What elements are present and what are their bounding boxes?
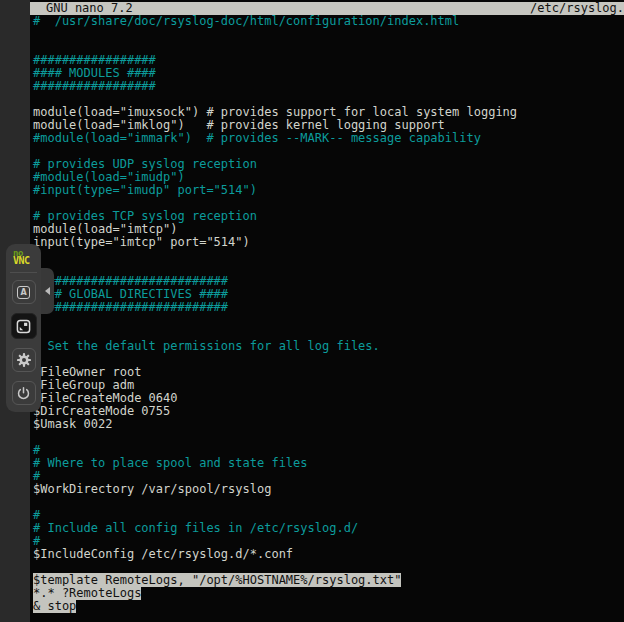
editor-line: $DirCreateMode 0755 (33, 405, 624, 418)
power-button[interactable] (12, 381, 36, 405)
nano-filename: /etc/rsyslog. (530, 2, 624, 15)
collapse-arrow-icon (45, 287, 50, 295)
settings-button[interactable] (12, 348, 36, 372)
editor-line: *.* ?RemoteLogs (33, 587, 624, 600)
editor-line: # Include all config files in /etc/rsysl… (33, 522, 624, 535)
terminal-window[interactable]: GNU nano 7.2 /etc/rsyslog. # /usr/share/… (30, 0, 624, 622)
editor-line: ########################### (33, 301, 624, 314)
editor-line (33, 314, 624, 327)
editor-line: input(type="imtcp" port="514") (33, 236, 624, 249)
novnc-logo-vnc: VNC (13, 257, 34, 265)
editor-line: ################# (33, 80, 624, 93)
editor-line: # Set the default permissions for all lo… (33, 340, 624, 353)
keyboard-a-key-icon: A (17, 286, 30, 299)
editor-line (33, 249, 624, 262)
editor-line: # /usr/share/doc/rsyslog-doc/html/config… (33, 15, 624, 28)
editor-line (33, 431, 624, 444)
fullscreen-button[interactable] (11, 313, 37, 339)
gear-icon (16, 352, 32, 368)
control-bar-handle[interactable] (41, 268, 54, 314)
fullscreen-icon (16, 319, 31, 334)
novnc-screen: GNU nano 7.2 /etc/rsyslog. # /usr/share/… (0, 0, 624, 622)
editor-line: $Umask 0022 (33, 418, 624, 431)
editor-line: #module(load="immark") # provides --MARK… (33, 132, 624, 145)
novnc-control-bar: no VNC A (6, 244, 41, 412)
control-bar-divider (10, 272, 37, 273)
keyboard-button[interactable]: A (12, 280, 36, 304)
editor-line: & stop (33, 600, 624, 613)
editor-line (33, 496, 624, 509)
editor-line (33, 28, 624, 41)
editor-line: # Where to place spool and state files (33, 457, 624, 470)
editor-line: $IncludeConfig /etc/rsyslog.d/*.conf (33, 548, 624, 561)
power-icon (16, 386, 31, 401)
novnc-logo: no VNC (13, 249, 34, 265)
editor-line: $WorkDirectory /var/spool/rsyslog (33, 483, 624, 496)
editor-line: #input(type="imudp" port="514") (33, 184, 624, 197)
editor-content: # /usr/share/doc/rsyslog-doc/html/config… (30, 15, 624, 613)
